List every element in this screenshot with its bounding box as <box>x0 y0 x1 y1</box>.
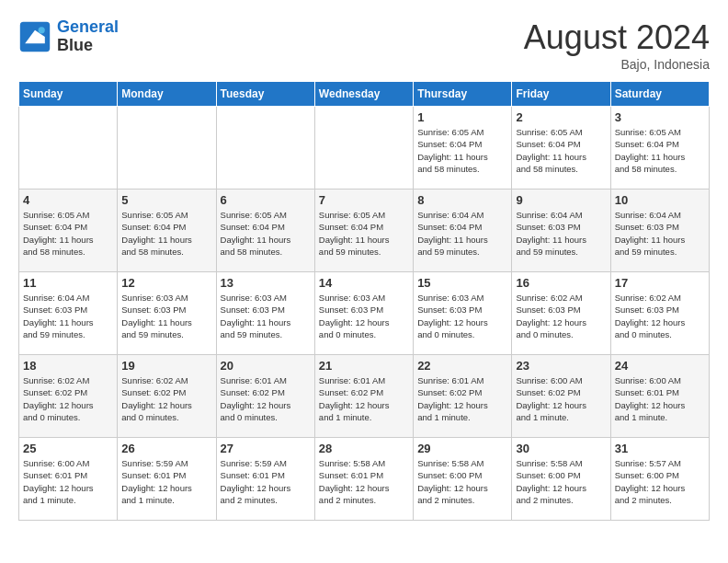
calendar-cell: 16Sunrise: 6:02 AM Sunset: 6:03 PM Dayli… <box>512 272 610 355</box>
weekday-header-friday: Friday <box>512 82 610 107</box>
page-header: General Blue August 2024 Bajo, Indonesia <box>18 18 710 72</box>
day-info: Sunrise: 5:59 AM Sunset: 6:01 PM Dayligh… <box>121 457 211 506</box>
calendar-week-row: 11Sunrise: 6:04 AM Sunset: 6:03 PM Dayli… <box>19 272 710 355</box>
day-number: 10 <box>615 193 705 207</box>
calendar-cell: 2Sunrise: 6:05 AM Sunset: 6:04 PM Daylig… <box>512 107 610 190</box>
day-info: Sunrise: 6:05 AM Sunset: 6:04 PM Dayligh… <box>319 209 409 258</box>
calendar-cell: 6Sunrise: 6:05 AM Sunset: 6:04 PM Daylig… <box>216 190 314 272</box>
day-info: Sunrise: 6:02 AM Sunset: 6:02 PM Dayligh… <box>23 374 113 423</box>
calendar-cell <box>118 107 216 190</box>
day-number: 9 <box>516 193 606 207</box>
location-subtitle: Bajo, Indonesia <box>524 57 710 72</box>
day-number: 28 <box>319 442 409 455</box>
day-info: Sunrise: 6:05 AM Sunset: 6:04 PM Dayligh… <box>516 126 606 175</box>
day-number: 15 <box>417 276 507 290</box>
calendar-cell: 27Sunrise: 5:59 AM Sunset: 6:01 PM Dayli… <box>216 438 314 521</box>
day-info: Sunrise: 6:03 AM Sunset: 6:03 PM Dayligh… <box>417 292 507 340</box>
day-number: 24 <box>615 359 705 373</box>
day-number: 1 <box>417 110 507 124</box>
day-info: Sunrise: 6:00 AM Sunset: 6:01 PM Dayligh… <box>615 374 705 423</box>
day-number: 26 <box>121 442 211 455</box>
calendar-cell: 15Sunrise: 6:03 AM Sunset: 6:03 PM Dayli… <box>414 272 512 355</box>
weekday-header-saturday: Saturday <box>610 82 709 107</box>
day-info: Sunrise: 6:04 AM Sunset: 6:03 PM Dayligh… <box>23 292 113 340</box>
day-number: 8 <box>417 193 507 207</box>
day-info: Sunrise: 6:05 AM Sunset: 6:04 PM Dayligh… <box>221 209 311 258</box>
calendar-cell: 12Sunrise: 6:03 AM Sunset: 6:03 PM Dayli… <box>118 272 216 355</box>
day-number: 31 <box>615 442 705 455</box>
calendar-cell: 31Sunrise: 5:57 AM Sunset: 6:00 PM Dayli… <box>610 438 709 521</box>
calendar-cell: 5Sunrise: 6:05 AM Sunset: 6:04 PM Daylig… <box>118 190 216 272</box>
day-number: 18 <box>23 359 113 373</box>
calendar-week-row: 4Sunrise: 6:05 AM Sunset: 6:04 PM Daylig… <box>19 190 710 272</box>
weekday-header-thursday: Thursday <box>414 82 512 107</box>
calendar-cell <box>216 107 314 190</box>
logo-text: General Blue <box>57 18 119 55</box>
day-number: 12 <box>121 276 211 290</box>
calendar-cell: 21Sunrise: 6:01 AM Sunset: 6:02 PM Dayli… <box>314 355 413 438</box>
day-number: 6 <box>221 193 311 207</box>
calendar-cell: 23Sunrise: 6:00 AM Sunset: 6:02 PM Dayli… <box>512 355 610 438</box>
day-number: 25 <box>23 442 113 455</box>
day-number: 4 <box>23 193 113 207</box>
day-info: Sunrise: 5:59 AM Sunset: 6:01 PM Dayligh… <box>221 457 311 506</box>
title-block: August 2024 Bajo, Indonesia <box>524 18 710 72</box>
day-info: Sunrise: 6:05 AM Sunset: 6:04 PM Dayligh… <box>23 209 113 258</box>
calendar-cell: 28Sunrise: 5:58 AM Sunset: 6:01 PM Dayli… <box>314 438 413 521</box>
day-info: Sunrise: 6:01 AM Sunset: 6:02 PM Dayligh… <box>319 374 409 423</box>
calendar-cell: 1Sunrise: 6:05 AM Sunset: 6:04 PM Daylig… <box>414 107 512 190</box>
calendar-cell: 25Sunrise: 6:00 AM Sunset: 6:01 PM Dayli… <box>19 438 118 521</box>
calendar-cell: 13Sunrise: 6:03 AM Sunset: 6:03 PM Dayli… <box>216 272 314 355</box>
weekday-header-tuesday: Tuesday <box>216 82 314 107</box>
day-number: 27 <box>221 442 311 455</box>
day-number: 29 <box>417 442 507 455</box>
calendar-cell <box>314 107 413 190</box>
calendar-cell: 3Sunrise: 6:05 AM Sunset: 6:04 PM Daylig… <box>610 107 709 190</box>
day-info: Sunrise: 6:05 AM Sunset: 6:04 PM Dayligh… <box>417 126 507 175</box>
weekday-header-wednesday: Wednesday <box>314 82 413 107</box>
day-info: Sunrise: 6:01 AM Sunset: 6:02 PM Dayligh… <box>417 374 507 423</box>
month-year-title: August 2024 <box>524 18 710 57</box>
calendar-cell: 4Sunrise: 6:05 AM Sunset: 6:04 PM Daylig… <box>19 190 118 272</box>
day-number: 14 <box>319 276 409 290</box>
day-info: Sunrise: 6:03 AM Sunset: 6:03 PM Dayligh… <box>319 292 409 340</box>
calendar-cell: 8Sunrise: 6:04 AM Sunset: 6:04 PM Daylig… <box>414 190 512 272</box>
calendar-cell: 29Sunrise: 5:58 AM Sunset: 6:00 PM Dayli… <box>414 438 512 521</box>
day-info: Sunrise: 6:04 AM Sunset: 6:03 PM Dayligh… <box>615 209 705 258</box>
day-number: 17 <box>615 276 705 290</box>
calendar-week-row: 25Sunrise: 6:00 AM Sunset: 6:01 PM Dayli… <box>19 438 710 521</box>
day-info: Sunrise: 6:04 AM Sunset: 6:03 PM Dayligh… <box>516 209 606 258</box>
day-info: Sunrise: 6:02 AM Sunset: 6:02 PM Dayligh… <box>121 374 211 423</box>
day-info: Sunrise: 5:58 AM Sunset: 6:01 PM Dayligh… <box>319 457 409 506</box>
day-number: 19 <box>121 359 211 373</box>
day-number: 3 <box>615 110 705 124</box>
logo: General Blue <box>18 18 119 55</box>
day-number: 16 <box>516 276 606 290</box>
day-number: 13 <box>221 276 311 290</box>
day-info: Sunrise: 6:05 AM Sunset: 6:04 PM Dayligh… <box>615 126 705 175</box>
day-number: 11 <box>23 276 113 290</box>
day-number: 30 <box>516 442 606 455</box>
day-info: Sunrise: 6:05 AM Sunset: 6:04 PM Dayligh… <box>121 209 211 258</box>
calendar-cell: 26Sunrise: 5:59 AM Sunset: 6:01 PM Dayli… <box>118 438 216 521</box>
calendar-cell: 17Sunrise: 6:02 AM Sunset: 6:03 PM Dayli… <box>610 272 709 355</box>
day-info: Sunrise: 6:00 AM Sunset: 6:01 PM Dayligh… <box>23 457 113 506</box>
calendar-cell: 18Sunrise: 6:02 AM Sunset: 6:02 PM Dayli… <box>19 355 118 438</box>
day-info: Sunrise: 6:01 AM Sunset: 6:02 PM Dayligh… <box>221 374 311 423</box>
calendar-cell: 22Sunrise: 6:01 AM Sunset: 6:02 PM Dayli… <box>414 355 512 438</box>
day-number: 22 <box>417 359 507 373</box>
weekday-header-monday: Monday <box>118 82 216 107</box>
calendar-body: 1Sunrise: 6:05 AM Sunset: 6:04 PM Daylig… <box>19 107 710 521</box>
day-info: Sunrise: 5:57 AM Sunset: 6:00 PM Dayligh… <box>615 457 705 506</box>
day-info: Sunrise: 6:04 AM Sunset: 6:04 PM Dayligh… <box>417 209 507 258</box>
calendar-cell: 11Sunrise: 6:04 AM Sunset: 6:03 PM Dayli… <box>19 272 118 355</box>
day-info: Sunrise: 6:02 AM Sunset: 6:03 PM Dayligh… <box>615 292 705 340</box>
weekday-header-row: SundayMondayTuesdayWednesdayThursdayFrid… <box>19 82 710 107</box>
calendar-cell: 9Sunrise: 6:04 AM Sunset: 6:03 PM Daylig… <box>512 190 610 272</box>
calendar-cell: 30Sunrise: 5:58 AM Sunset: 6:00 PM Dayli… <box>512 438 610 521</box>
calendar-cell: 14Sunrise: 6:03 AM Sunset: 6:03 PM Dayli… <box>314 272 413 355</box>
day-info: Sunrise: 6:03 AM Sunset: 6:03 PM Dayligh… <box>221 292 311 340</box>
day-info: Sunrise: 6:03 AM Sunset: 6:03 PM Dayligh… <box>121 292 211 340</box>
calendar-week-row: 18Sunrise: 6:02 AM Sunset: 6:02 PM Dayli… <box>19 355 710 438</box>
calendar-cell: 24Sunrise: 6:00 AM Sunset: 6:01 PM Dayli… <box>610 355 709 438</box>
